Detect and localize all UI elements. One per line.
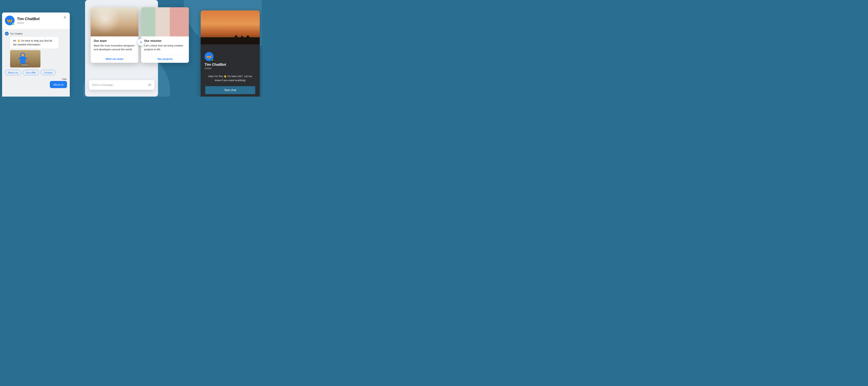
card-carousel: Our team Meet the most innovative design… [91, 7, 189, 63]
message-composer [89, 80, 155, 90]
card-image [91, 7, 138, 36]
user-message-sender: Kate [5, 78, 67, 80]
chat-status: Online [17, 22, 39, 24]
user-message-bubble: About us [50, 81, 67, 88]
card-title: Our mission [144, 39, 186, 43]
card-text: Let's check how we bring creative projec… [144, 44, 186, 51]
quick-reply-contact[interactable]: Contact [41, 70, 56, 75]
quick-reply-about-us[interactable]: About us [5, 70, 21, 75]
bot-message-bubble: Hi! 👋 I'm here to help you find all the … [10, 37, 59, 49]
start-chat-button[interactable]: Start chat [205, 86, 255, 94]
message-meta: Tim ChatBot [5, 32, 67, 36]
svg-rect-8 [20, 57, 25, 64]
launcher-status: Online [205, 67, 226, 70]
svg-point-10 [21, 54, 24, 57]
chat-header: Tim ChatBot Online [2, 12, 70, 29]
svg-rect-15 [207, 54, 211, 56]
presence-indicator [211, 59, 214, 61]
launcher-title: Tim ChatBot [205, 62, 226, 67]
launcher-header: Tim ChatBot Online [205, 62, 226, 70]
close-icon[interactable] [62, 15, 67, 20]
card-title: Our team [94, 39, 135, 43]
message-input[interactable] [92, 83, 148, 86]
wave-emoji: 👋 [223, 75, 227, 78]
svg-point-16 [208, 56, 209, 57]
svg-point-17 [210, 56, 210, 57]
carousel-card-mission: Our mission Let's check how we bring cre… [141, 7, 189, 63]
message-sender: Tim ChatBot [10, 32, 23, 35]
chat-widget: Tim ChatBot Online Tim ChatBot Hi! 👋 I'm… [2, 12, 70, 97]
svg-rect-7 [6, 32, 8, 33]
card-image [141, 7, 189, 36]
launcher-hero-image [201, 10, 260, 44]
svg-point-3 [8, 20, 9, 21]
svg-rect-2 [7, 17, 12, 20]
greeting-text: Hi! [13, 39, 17, 42]
svg-point-4 [10, 20, 11, 21]
bot-avatar [5, 15, 14, 25]
chat-body: Tim ChatBot Hi! 👋 I'm here to help you f… [2, 29, 70, 80]
presence-indicator [12, 23, 14, 25]
chat-title: Tim ChatBot [17, 16, 39, 21]
card-text: Meet the most innovative designers and d… [94, 44, 135, 51]
chat-launcher: Tim ChatBot Online Hey! I'm Tim.👋 I'm he… [201, 10, 260, 97]
carousel-card-team: Our team Meet the most innovative design… [91, 7, 138, 63]
carousel-next-button[interactable] [137, 39, 145, 46]
bot-rich-image: Hello! [10, 50, 40, 67]
quick-reply-our-offer[interactable]: Our offer [23, 70, 39, 75]
card-cta-button[interactable]: Meet our team [91, 55, 138, 63]
bot-avatar-small [5, 32, 9, 36]
wave-emoji: 👋 [17, 39, 20, 42]
card-cta-button[interactable]: See projects [141, 55, 189, 63]
quick-replies: About us Our offer Contact [5, 70, 67, 75]
rich-image-caption: Hello! [22, 64, 29, 66]
launcher-greeting: Hey! I'm Tim.👋 I'm here 24/7. Let me kno… [205, 74, 255, 82]
send-icon[interactable] [148, 83, 152, 87]
bot-avatar [205, 52, 214, 61]
